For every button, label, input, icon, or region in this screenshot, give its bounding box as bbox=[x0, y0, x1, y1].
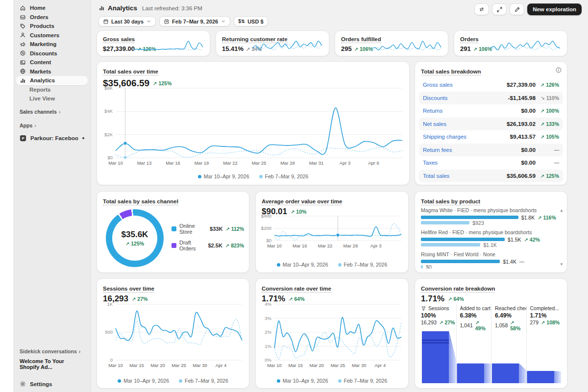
marketing-icon bbox=[20, 41, 26, 48]
sidebar-section-apps[interactable]: Apps › bbox=[20, 122, 84, 128]
sales-by-product-card: Total sales by product Magma White · FIE… bbox=[415, 191, 567, 273]
legend-previous[interactable]: Feb 7–Mar 9, 2026 bbox=[259, 173, 309, 179]
breakdown-row-taxes: Taxes $0.00 — bbox=[419, 156, 563, 170]
svg-text:1K: 1K bbox=[107, 301, 113, 307]
sidebar-subitem-label: Reports bbox=[29, 87, 50, 93]
breakdown-value: $9,413.57 bbox=[510, 133, 536, 140]
sidebar-item-customers[interactable]: Customers bbox=[16, 31, 88, 40]
funnel-step-label: Sessions bbox=[421, 305, 456, 311]
scrollbar[interactable]: ▲▼ bbox=[559, 208, 564, 267]
compare-range-picker[interactable]: Feb 7–Mar 9, 2026 bbox=[159, 16, 230, 26]
svg-text:Mar 30: Mar 30 bbox=[193, 363, 207, 368]
breakdown-label[interactable]: Net sales bbox=[423, 121, 507, 127]
page-header: Analytics Last refreshed: 3:36 PM bbox=[98, 4, 202, 12]
sidebar-subitem-live-view[interactable]: Live View bbox=[16, 94, 88, 103]
chevron-icon bbox=[146, 19, 151, 24]
product-row[interactable]: Hellfire Red · FIED · mens physique boar… bbox=[421, 229, 556, 247]
products-title[interactable]: Total sales by product bbox=[421, 198, 480, 205]
conversion-title[interactable]: Conversion rate over time bbox=[262, 286, 331, 293]
svg-text:1%: 1% bbox=[265, 343, 271, 349]
breakdown-label[interactable]: Gross sales bbox=[423, 82, 507, 88]
delta-badge: ↗ 105% bbox=[536, 134, 559, 140]
legend-previous[interactable]: Feb 7–Mar 9, 2026 bbox=[179, 378, 228, 384]
expand-button[interactable] bbox=[492, 3, 507, 15]
funnel-title[interactable]: Conversion rate breakdown bbox=[421, 286, 495, 293]
sidebar-item-orders[interactable]: Orders bbox=[16, 13, 88, 22]
legend-current[interactable]: Mar 10–Apr 9, 2026 bbox=[277, 378, 328, 384]
settings-icon bbox=[20, 381, 26, 387]
breakdown-label[interactable]: Taxes bbox=[423, 160, 521, 166]
product-name: Rising MINT · Fied World · None bbox=[421, 251, 556, 258]
breakdown-row-shipping-charges: Shipping charges $9,413.57 ↗ 105% bbox=[419, 130, 563, 144]
sidebar-item-parkour-app[interactable]: P Parkour: Facebook Pi... bbox=[16, 134, 88, 143]
markets-icon bbox=[20, 68, 26, 74]
sessions-title[interactable]: Sessions over time bbox=[103, 286, 154, 293]
kpi-sparkline bbox=[250, 39, 324, 52]
delta-badge: — bbox=[536, 160, 559, 166]
sidebar-item-content[interactable]: Content bbox=[16, 58, 88, 67]
svg-text:Mar 10: Mar 10 bbox=[267, 363, 282, 368]
sidebar-item-discounts[interactable]: Discounts bbox=[16, 49, 88, 58]
currency-picker[interactable]: $⇅ USD $ bbox=[234, 16, 268, 26]
total-sales-title[interactable]: Total sales over time bbox=[103, 69, 158, 75]
product-row[interactable]: Rising MINT · Fied World · None $1.4K— $… bbox=[421, 251, 556, 269]
sidebar-section-sales-channels[interactable]: Sales channels › bbox=[20, 109, 84, 115]
breakdown-title[interactable]: Total sales breakdown bbox=[421, 69, 481, 75]
sidebar-item-products[interactable]: Products bbox=[16, 22, 88, 31]
breakdown-value: $35,606.59 bbox=[507, 172, 536, 179]
aov-title[interactable]: Average order value over time bbox=[262, 198, 342, 205]
previous-bar bbox=[421, 265, 423, 269]
nav-list: HomeOrdersProductsCustomersMarketingDisc… bbox=[13, 3, 91, 103]
kpi-title[interactable]: Orders bbox=[460, 36, 479, 43]
legend-current[interactable]: Mar 10–Apr 9, 2026 bbox=[198, 173, 249, 179]
info-icon[interactable] bbox=[555, 67, 562, 74]
sidebar-item-home[interactable]: Home bbox=[16, 3, 88, 13]
product-row[interactable]: Magma White · FIED · mens physique board… bbox=[421, 207, 556, 225]
breakdown-label[interactable]: Return fees bbox=[423, 147, 521, 153]
legend-current[interactable]: Mar 10–Apr 9, 2026 bbox=[277, 262, 328, 268]
breakdown-label[interactable]: Total sales bbox=[423, 173, 507, 179]
svg-text:4%: 4% bbox=[265, 301, 271, 307]
sidebar-item-markets[interactable]: Markets bbox=[16, 67, 88, 76]
refresh-button[interactable] bbox=[474, 3, 489, 15]
funnel-step-count: 16,293 ↗ 27% bbox=[421, 319, 456, 325]
parkour-app-label: Parkour: Facebook Pi... bbox=[30, 135, 78, 141]
breakdown-label[interactable]: Returns bbox=[423, 108, 521, 114]
sidebar-item-marketing[interactable]: Marketing bbox=[16, 40, 88, 49]
sidekick-conversation-item[interactable]: Welcome To Your Shopify Ad... bbox=[20, 358, 84, 370]
delta-badge: ↗ 49% bbox=[475, 319, 491, 331]
svg-text:Apr 3: Apr 3 bbox=[340, 160, 351, 166]
legend-current[interactable]: Mar 10–Apr 9, 2026 bbox=[118, 378, 169, 384]
calendar-icon bbox=[103, 19, 109, 24]
legend-previous[interactable]: Feb 7–Mar 9, 2026 bbox=[338, 378, 388, 384]
funnel-step-pct: 1.71% bbox=[530, 312, 562, 319]
channel-title[interactable]: Total sales by sales channel bbox=[103, 198, 178, 205]
total-sales-card: Total sales over time $35,606.59 ↗ 125% … bbox=[97, 61, 410, 185]
breakdown-label[interactable]: Shipping charges bbox=[423, 134, 510, 140]
legend-previous[interactable]: Feb 7–Mar 9, 2026 bbox=[338, 262, 388, 268]
svg-text:Mar 25: Mar 25 bbox=[172, 363, 186, 368]
sales-breakdown-card: Total sales breakdown Gross sales $27,33… bbox=[415, 61, 567, 185]
new-exploration-button[interactable]: New exploration bbox=[527, 3, 582, 15]
funnel-step-completed-: Completed... 1.71% 279 ↗ 108% bbox=[526, 304, 562, 330]
funnel-step-count: 1,058 ↗ 58% bbox=[495, 319, 526, 331]
sidebar-item-analytics[interactable]: Analytics bbox=[16, 76, 88, 85]
sidebar-item-settings[interactable]: Settings bbox=[20, 381, 84, 387]
sidebar-subitem-reports[interactable]: Reports bbox=[16, 85, 88, 95]
kpi-card-orders: Orders 291↗ 106% bbox=[454, 30, 567, 56]
sidebar: HomeOrdersProductsCustomersMarketingDisc… bbox=[13, 0, 91, 392]
edit-button[interactable] bbox=[510, 3, 524, 15]
filter-bar: Last 30 days Feb 7–Mar 9, 2026 $⇅ USD $ bbox=[98, 16, 268, 26]
svg-text:0%: 0% bbox=[265, 357, 271, 363]
last-refreshed-text: Last refreshed: 3:36 PM bbox=[142, 5, 202, 11]
previous-value: $0 bbox=[426, 264, 432, 269]
channel-legend-draft-orders[interactable]: Draft Orders $2.5K↗ 823% bbox=[172, 240, 244, 251]
channel-legend-online-store[interactable]: Online Store $33K↗ 112% bbox=[172, 223, 244, 235]
sidekick-conversations-link[interactable]: Sidekick conversations › bbox=[20, 348, 84, 354]
kpi-title[interactable]: Gross sales bbox=[103, 36, 135, 43]
date-range-picker[interactable]: Last 30 days bbox=[98, 16, 156, 26]
svg-text:Mar 15: Mar 15 bbox=[288, 363, 303, 368]
svg-text:Mar 19: Mar 19 bbox=[195, 160, 209, 166]
funnel-step-label: Completed... bbox=[530, 305, 562, 311]
breakdown-label[interactable]: Discounts bbox=[423, 95, 508, 101]
